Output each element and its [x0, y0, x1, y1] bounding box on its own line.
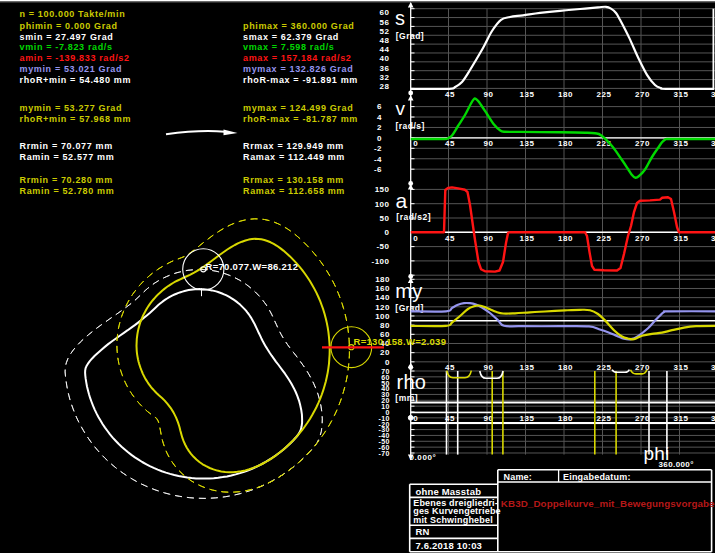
svg-text:48: 48	[380, 36, 390, 45]
svg-text:[rad/s]: [rad/s]	[395, 121, 424, 131]
svg-text:135: 135	[520, 234, 535, 243]
svg-text:3: 3	[711, 414, 715, 423]
svg-text:7.6.2018 10:03: 7.6.2018 10:03	[415, 540, 482, 551]
svg-text:80: 80	[380, 321, 390, 330]
svg-text:60: 60	[380, 8, 390, 17]
svg-text:315: 315	[674, 363, 689, 372]
svg-text:0: 0	[413, 414, 418, 423]
svg-text:315: 315	[674, 414, 689, 423]
svg-text:amax = 157.184 rad/s2: amax = 157.184 rad/s2	[243, 53, 351, 63]
svg-text:mymin = 53.277 Grad: mymin = 53.277 Grad	[20, 103, 123, 113]
svg-text:360.000°: 360.000°	[659, 460, 694, 469]
svg-text:RN: RN	[415, 526, 429, 537]
svg-text:270: 270	[635, 90, 650, 99]
svg-text:315: 315	[674, 139, 689, 148]
svg-text:150: 150	[375, 185, 390, 194]
svg-text:90: 90	[484, 90, 494, 99]
svg-text:135: 135	[520, 363, 535, 372]
svg-text:3: 3	[711, 90, 715, 99]
svg-text:0: 0	[377, 134, 382, 143]
svg-text:225: 225	[597, 234, 612, 243]
svg-text:0: 0	[413, 139, 418, 148]
svg-text:rhoR-max = -81.787 mm: rhoR-max = -81.787 mm	[243, 114, 358, 124]
svg-text:45: 45	[445, 363, 455, 372]
svg-text:3: 3	[711, 234, 715, 243]
svg-text:[rad/s2]: [rad/s2]	[396, 212, 431, 222]
svg-text:my: my	[395, 280, 422, 302]
svg-text:v: v	[395, 98, 405, 119]
svg-text:-6: -6	[374, 165, 382, 174]
svg-text:44: 44	[380, 45, 390, 54]
svg-text:-70: -70	[378, 450, 390, 457]
svg-text:20: 20	[380, 348, 390, 357]
svg-text:100: 100	[375, 200, 390, 209]
svg-text:180: 180	[375, 275, 390, 284]
svg-text:-2: -2	[374, 144, 382, 153]
svg-text:135: 135	[520, 139, 535, 148]
svg-text:270: 270	[635, 139, 650, 148]
svg-text:s: s	[395, 7, 405, 29]
svg-text:rhoR+min = 54.480 mm: rhoR+min = 54.480 mm	[20, 75, 132, 85]
svg-text:40: 40	[380, 54, 390, 63]
svg-text:amin = -139.833 rad/s2: amin = -139.833 rad/s2	[20, 53, 130, 63]
svg-text:120: 120	[375, 303, 390, 312]
svg-text:0: 0	[385, 358, 390, 367]
svg-text:180: 180	[558, 139, 573, 148]
svg-text:ohne Masstab: ohne Masstab	[415, 486, 481, 497]
svg-text:R=130.158.W=2.039: R=130.158.W=2.039	[354, 336, 447, 347]
svg-text:90: 90	[484, 139, 494, 148]
svg-text:180: 180	[558, 90, 573, 99]
svg-text:mit Schwinghebel: mit Schwinghebel	[413, 515, 493, 525]
svg-text:Name:: Name:	[504, 472, 533, 482]
svg-text:phimax = 360.000 Grad: phimax = 360.000 Grad	[243, 21, 354, 31]
svg-text:-100: -100	[371, 257, 389, 266]
svg-text:225: 225	[597, 414, 612, 423]
svg-text:rhoR+min = 57.968 mm: rhoR+min = 57.968 mm	[20, 114, 132, 124]
svg-text:-4: -4	[374, 155, 382, 164]
svg-text:[Grad]: [Grad]	[396, 31, 425, 41]
svg-text:[mm]: [mm]	[395, 393, 418, 403]
svg-text:Eingabedatum:: Eingabedatum:	[563, 472, 631, 482]
svg-text:225: 225	[597, 363, 612, 372]
svg-text:90: 90	[484, 234, 494, 243]
svg-text:32: 32	[380, 73, 390, 82]
svg-text:50: 50	[380, 214, 390, 223]
svg-text:KB3D_Doppelkurve_mit_Bewegungs: KB3D_Doppelkurve_mit_Bewegungsvorgabe	[501, 498, 715, 509]
svg-text:0: 0	[413, 234, 418, 243]
svg-text:n = 100.000 Takte/min: n = 100.000 Takte/min	[20, 9, 126, 19]
svg-text:160: 160	[375, 284, 390, 293]
svg-text:4: 4	[377, 113, 382, 122]
svg-text:0.000°: 0.000°	[410, 453, 437, 462]
svg-text:90: 90	[484, 363, 494, 372]
svg-text:vmin = -7.823 rad/s: vmin = -7.823 rad/s	[20, 42, 113, 52]
svg-text:-50: -50	[376, 242, 389, 251]
svg-text:315: 315	[674, 234, 689, 243]
svg-text:2: 2	[377, 123, 382, 132]
svg-text:rho: rho	[397, 371, 427, 393]
svg-text:rhoR-max = -91.891 mm: rhoR-max = -91.891 mm	[243, 75, 358, 85]
svg-text:smin = 27.497 Grad: smin = 27.497 Grad	[20, 32, 114, 42]
svg-text:mymin = 53.021 Grad: mymin = 53.021 Grad	[20, 64, 123, 74]
svg-text:56: 56	[380, 18, 390, 27]
svg-text:3: 3	[711, 363, 715, 372]
svg-text:0: 0	[385, 228, 390, 237]
svg-text:270: 270	[635, 363, 650, 372]
svg-text:6: 6	[377, 102, 382, 111]
svg-text:smax = 62.379 Grad: smax = 62.379 Grad	[243, 32, 339, 42]
svg-text:45: 45	[445, 139, 455, 148]
svg-text:R=70.077.W=86.212: R=70.077.W=86.212	[206, 261, 299, 272]
svg-text:Ramax = 112.449 mm: Ramax = 112.449 mm	[243, 152, 345, 162]
svg-text:315: 315	[674, 90, 689, 99]
svg-text:mymax = 132.826 Grad: mymax = 132.826 Grad	[243, 64, 353, 74]
svg-text:Ramin = 52.780 mm: Ramin = 52.780 mm	[20, 186, 115, 196]
svg-text:vmax = 7.598 rad/s: vmax = 7.598 rad/s	[243, 42, 335, 52]
svg-text:3: 3	[711, 139, 715, 148]
svg-text:140: 140	[375, 293, 390, 302]
svg-text:28: 28	[380, 82, 390, 91]
svg-text:270: 270	[635, 234, 650, 243]
svg-text:52: 52	[380, 27, 390, 36]
svg-text:Rrmax = 130.158 mm: Rrmax = 130.158 mm	[243, 175, 344, 185]
svg-text:mymax = 124.499 Grad: mymax = 124.499 Grad	[243, 103, 353, 113]
svg-text:Rrmin = 70.280 mm: Rrmin = 70.280 mm	[20, 175, 113, 185]
svg-text:36: 36	[380, 64, 390, 73]
